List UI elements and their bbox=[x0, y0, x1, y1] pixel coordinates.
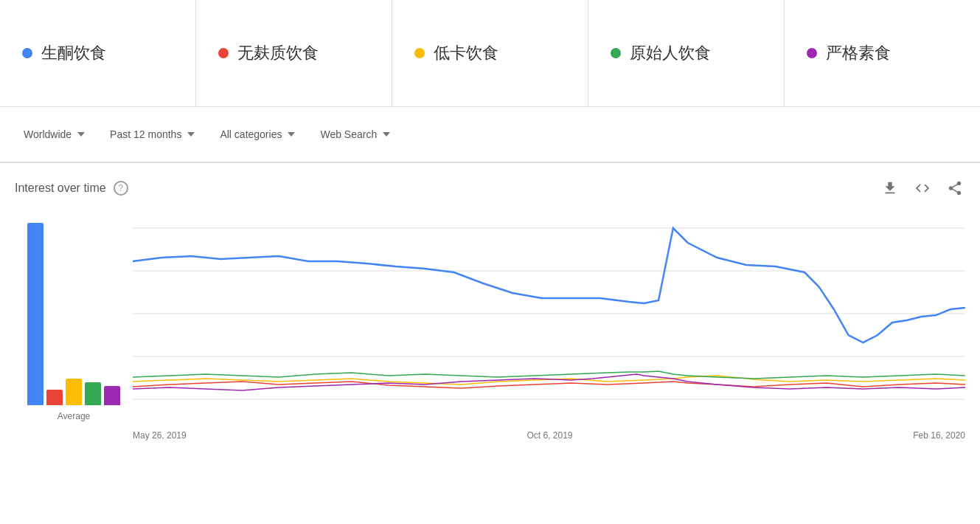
chevron-down-icon bbox=[77, 132, 85, 137]
categories-filter[interactable]: All categories bbox=[211, 123, 304, 146]
help-icon[interactable]: ? bbox=[114, 181, 128, 196]
chart-title-group: Interest over time ? bbox=[15, 181, 128, 196]
chart-title: Interest over time bbox=[15, 182, 106, 195]
bar-3 bbox=[85, 382, 101, 405]
categories-label: All categories bbox=[220, 128, 282, 140]
legend-item-3: 原始人饮食 bbox=[588, 0, 785, 106]
legend-item-1: 无麸质饮食 bbox=[196, 0, 392, 106]
x-axis-labels: May 26, 2019 Oct 6, 2019 Feb 16, 2020 bbox=[133, 427, 965, 444]
chevron-down-icon bbox=[288, 132, 295, 137]
legend-dot-3 bbox=[611, 48, 621, 58]
chevron-down-icon bbox=[383, 132, 390, 137]
legend-dot-2 bbox=[414, 48, 425, 58]
legend-item-0: 生酮饮食 bbox=[0, 0, 196, 106]
chart-actions bbox=[880, 178, 965, 199]
share-button[interactable] bbox=[945, 178, 965, 199]
bar-1 bbox=[46, 390, 63, 405]
bar-4 bbox=[104, 386, 120, 405]
bar-2 bbox=[66, 379, 82, 405]
chart-section: Interest over time ? bbox=[0, 163, 980, 444]
legend-label-0: 生酮饮食 bbox=[41, 42, 106, 64]
chevron-down-icon bbox=[187, 132, 195, 137]
legend-item-2: 低卡饮食 bbox=[392, 0, 588, 106]
chart-sidebar: Average bbox=[15, 213, 133, 444]
x-label-0: May 26, 2019 bbox=[133, 430, 187, 441]
help-icon-label: ? bbox=[118, 183, 123, 193]
legend-dot-0 bbox=[22, 48, 32, 58]
chart-main: 100 75 50 25 May 26, 2019 bbox=[133, 213, 965, 444]
period-label: Past 12 months bbox=[110, 128, 181, 140]
x-label-1: Oct 6, 2019 bbox=[527, 430, 572, 441]
average-bar-chart bbox=[27, 213, 120, 405]
chart-container: Average 100 75 50 25 bbox=[15, 213, 965, 444]
period-filter[interactable]: Past 12 months bbox=[101, 123, 204, 146]
legend-label-1: 无麸质饮食 bbox=[237, 42, 319, 64]
region-label: Worldwide bbox=[24, 128, 72, 140]
legend-bar: 生酮饮食 无麸质饮食 低卡饮食 原始人饮食 严格素食 bbox=[0, 0, 980, 107]
chart-header: Interest over time ? bbox=[15, 178, 965, 199]
x-label-2: Feb 16, 2020 bbox=[913, 430, 965, 441]
legend-label-4: 严格素食 bbox=[826, 42, 891, 64]
line-paleo bbox=[133, 371, 965, 379]
search-type-label: Web Search bbox=[320, 128, 377, 140]
search-type-filter[interactable]: Web Search bbox=[311, 123, 399, 146]
legend-dot-4 bbox=[807, 48, 817, 58]
legend-label-3: 原始人饮食 bbox=[630, 42, 711, 64]
line-gluten bbox=[133, 382, 965, 388]
line-chart-svg: 100 75 50 25 bbox=[133, 213, 965, 427]
download-button[interactable] bbox=[880, 178, 900, 199]
filter-bar: Worldwide Past 12 months All categories … bbox=[0, 107, 980, 163]
legend-item-4: 严格素食 bbox=[785, 0, 980, 106]
average-label: Average bbox=[58, 411, 90, 421]
embed-button[interactable] bbox=[912, 178, 933, 199]
legend-label-2: 低卡饮食 bbox=[434, 42, 498, 64]
legend-dot-1 bbox=[218, 48, 229, 58]
line-keto bbox=[133, 228, 965, 342]
bar-0 bbox=[27, 223, 44, 405]
region-filter[interactable]: Worldwide bbox=[15, 123, 94, 146]
